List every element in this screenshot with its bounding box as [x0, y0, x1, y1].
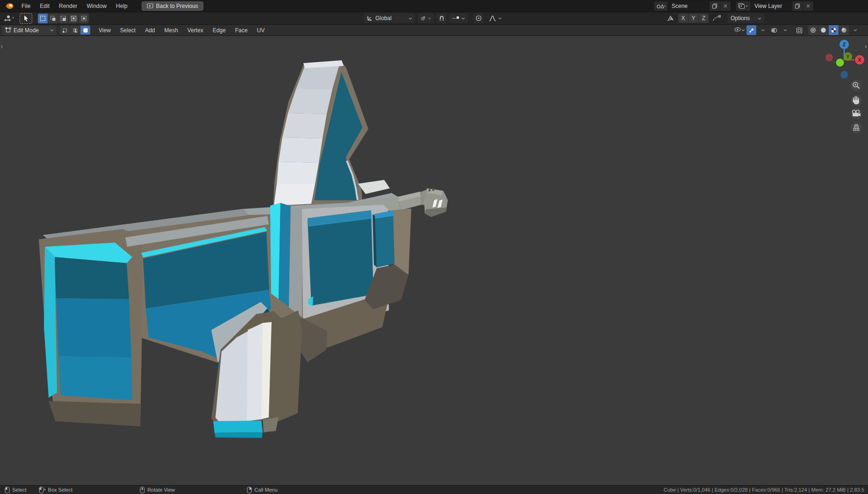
- scene-unlink-button[interactable]: ✕: [720, 1, 731, 11]
- toolbar-expand-arrow[interactable]: ›: [0, 42, 3, 50]
- menu-vertex[interactable]: Vertex: [183, 27, 208, 34]
- mouse-middle-icon: [140, 487, 145, 494]
- shading-dropdown[interactable]: [850, 25, 860, 35]
- hint-rotate-view: Rotate View: [140, 487, 175, 494]
- scene-browse-button[interactable]: [654, 1, 667, 11]
- view-layer-name-field[interactable]: View Layer: [751, 1, 792, 11]
- menu-window[interactable]: Window: [82, 3, 111, 9]
- mode-dropdown[interactable]: Edit Mode: [2, 26, 57, 35]
- show-gizmo-toggle[interactable]: [746, 25, 756, 35]
- blender-window: File Edit Render Window Help Back to Pre…: [0, 0, 868, 494]
- mirror-options-widgets: X Y Z Options: [666, 12, 764, 24]
- pan-hand-button[interactable]: [851, 95, 862, 106]
- show-overlays-toggle[interactable]: [769, 25, 779, 35]
- menu-view[interactable]: View: [94, 27, 115, 34]
- vertex-select-button[interactable]: [60, 26, 70, 35]
- select-mode-extend-button[interactable]: [48, 14, 58, 23]
- view-layer-remove-button[interactable]: ✕: [803, 1, 813, 11]
- viewport-nav-buttons: [851, 80, 862, 133]
- top-menu-bar: File Edit Render Window Help Back to Pre…: [0, 0, 868, 12]
- shading-rendered-button[interactable]: [839, 25, 849, 35]
- tool-settings-bar: Global: [0, 12, 868, 25]
- chevron-down-icon: [428, 17, 431, 20]
- cursor-icon: [23, 15, 29, 21]
- proportional-editing-button[interactable]: [473, 14, 483, 23]
- mirror-x-toggle[interactable]: X: [678, 14, 688, 23]
- shading-material-preview-button[interactable]: [829, 25, 839, 35]
- transform-widgets: Global: [364, 12, 505, 24]
- axis-pos-y-ball[interactable]: [836, 59, 844, 67]
- proportional-circle-icon: [475, 15, 482, 21]
- xray-icon: [796, 27, 803, 34]
- pivot-point-dropdown[interactable]: [418, 14, 434, 23]
- mouse-left-drag-icon: [39, 487, 46, 494]
- menu-add[interactable]: Add: [140, 27, 159, 34]
- snap-with-dropdown[interactable]: [449, 14, 468, 23]
- snap-toggle-button[interactable]: [437, 14, 446, 23]
- tool-select-box-button[interactable]: [20, 13, 32, 24]
- select-mode-set-button[interactable]: [38, 14, 48, 23]
- status-bar: Select Box Select Rotate View Call Menu: [0, 485, 868, 494]
- magnet-icon: [438, 15, 445, 21]
- back-to-previous-button[interactable]: Back to Previous: [142, 1, 203, 11]
- select-mode-invert-button[interactable]: [69, 14, 79, 23]
- menu-file[interactable]: File: [17, 3, 35, 9]
- editor-type-button[interactable]: [3, 14, 15, 23]
- gizmo-dropdown[interactable]: [758, 25, 768, 35]
- face-select-button[interactable]: [80, 26, 90, 35]
- svg-text:Y: Y: [846, 54, 850, 59]
- hint-box-select: Box Select: [39, 487, 73, 494]
- correct-face-attributes-button[interactable]: [711, 14, 721, 23]
- shading-wireframe-button[interactable]: [808, 25, 818, 35]
- viewport-3d[interactable]: › ‹: [0, 36, 868, 485]
- chevron-down-icon: [498, 17, 502, 20]
- scene-copy-button[interactable]: [710, 1, 720, 11]
- shading-solid-button[interactable]: [818, 25, 828, 35]
- viewport-header: Edit Mode View Select Add Mesh Vertex Ed…: [0, 25, 868, 36]
- camera-view-button[interactable]: [851, 108, 862, 119]
- menu-help[interactable]: Help: [111, 3, 132, 9]
- zoom-button[interactable]: [851, 80, 862, 91]
- view-layer-browse-button[interactable]: [736, 1, 750, 11]
- options-dropdown[interactable]: Options: [728, 14, 764, 23]
- chevron-down-icon: [783, 29, 787, 31]
- chevron-down-icon: [461, 17, 465, 20]
- select-mode-subtract-button[interactable]: [58, 14, 68, 23]
- menu-mesh[interactable]: Mesh: [160, 27, 183, 34]
- select-mode-intersect-button[interactable]: [79, 14, 89, 23]
- blender-logo-icon[interactable]: [5, 2, 14, 10]
- gun-top-fin: [273, 60, 368, 209]
- menu-uv[interactable]: UV: [252, 27, 270, 34]
- falloff-dropdown[interactable]: [486, 14, 505, 23]
- mouse-left-icon: [5, 487, 10, 494]
- overlays-dropdown[interactable]: [780, 25, 790, 35]
- scene-viewlayer-group: Scene ✕ View: [654, 1, 868, 11]
- navigation-gizmo[interactable]: Y Z X: [825, 40, 864, 79]
- edge-select-button[interactable]: [70, 26, 80, 35]
- shading-mode-group: [808, 25, 849, 35]
- copy-icon: [712, 3, 717, 9]
- menu-select[interactable]: Select: [115, 27, 140, 34]
- menu-render[interactable]: Render: [54, 3, 82, 9]
- view-layer-selector: View Layer ✕: [736, 1, 813, 11]
- chevron-down-icon: [761, 29, 765, 31]
- snap-with-icon: [452, 15, 459, 21]
- xray-toggle[interactable]: [794, 25, 804, 35]
- mirror-z-toggle[interactable]: Z: [699, 14, 709, 23]
- mirror-icon: [666, 14, 675, 23]
- perspective-toggle-button[interactable]: [851, 122, 862, 133]
- viewport-menus: View Select Add Mesh Vertex Edge Face UV: [94, 27, 269, 34]
- show-object-types-dropdown[interactable]: [734, 25, 745, 35]
- scene-name-field[interactable]: Scene: [668, 1, 709, 11]
- axis-neg-x-ball[interactable]: [825, 54, 833, 61]
- gun-model: [39, 60, 448, 438]
- menu-face[interactable]: Face: [230, 27, 252, 34]
- view-layer-copy-button[interactable]: [792, 1, 803, 11]
- mirror-y-toggle[interactable]: Y: [689, 14, 698, 23]
- sidebar-expand-arrow[interactable]: ‹: [865, 42, 867, 50]
- menu-edit[interactable]: Edit: [35, 3, 54, 9]
- menu-edge[interactable]: Edge: [208, 27, 230, 34]
- axis-neg-z-ball[interactable]: [840, 71, 848, 79]
- scene-icon: [656, 3, 666, 9]
- transform-orientation-dropdown[interactable]: Global: [364, 14, 415, 23]
